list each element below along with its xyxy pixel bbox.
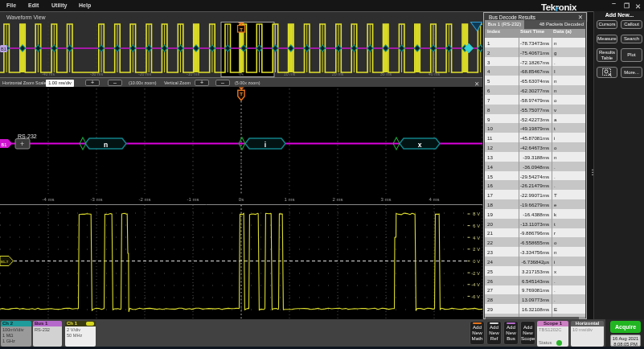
- svg-text:n: n: [104, 141, 108, 149]
- svg-text:-4 ms: -4 ms: [43, 197, 55, 202]
- svg-text:T: T: [240, 92, 243, 96]
- svg-text:-3 ms: -3 ms: [91, 197, 103, 202]
- svg-text:2 V: 2 V: [473, 247, 480, 252]
- svg-text:B1-T: B1-T: [1, 260, 9, 264]
- svg-text:i: i: [265, 141, 266, 149]
- svg-text:T: T: [240, 27, 243, 32]
- svg-text:-2 ms: -2 ms: [139, 197, 151, 202]
- svg-text:2 ms: 2 ms: [332, 197, 343, 202]
- svg-text:-2 V: -2 V: [471, 271, 480, 276]
- svg-text:4 ms: 4 ms: [429, 197, 439, 202]
- svg-text:3 ms: 3 ms: [380, 197, 391, 202]
- svg-text:-6 V: -6 V: [471, 294, 480, 299]
- svg-text:6 V: 6 V: [473, 224, 480, 228]
- svg-text:+: +: [20, 140, 24, 148]
- svg-text:-4 V: -4 V: [471, 282, 480, 287]
- svg-text:8 V: 8 V: [473, 211, 480, 216]
- svg-text:1 ms: 1 ms: [284, 197, 294, 202]
- svg-text:B1: B1: [1, 47, 6, 51]
- svg-text:0s: 0s: [239, 197, 244, 202]
- svg-text:RS-232: RS-232: [18, 133, 37, 139]
- svg-text:x: x: [418, 141, 422, 149]
- svg-text:B1: B1: [2, 142, 7, 147]
- svg-text:4 V: 4 V: [473, 236, 480, 240]
- svg-text:0 V: 0 V: [473, 259, 480, 264]
- svg-text:-1 ms: -1 ms: [187, 197, 199, 202]
